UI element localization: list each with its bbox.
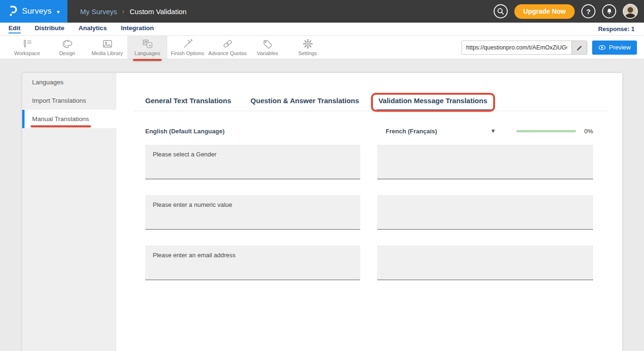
languages-settings-card: Languages Import Translations Manual Tra…: [22, 73, 622, 351]
workspace-icon: [21, 39, 33, 49]
eye-icon: [598, 45, 606, 50]
translation-progress-bar: [516, 130, 576, 132]
translation-row: Please enter an email address: [145, 245, 622, 280]
search-icon: [497, 8, 504, 15]
toolbar-item-settings[interactable]: Settings: [288, 36, 328, 59]
tab-validation-message-translations[interactable]: Validation Message Translations: [379, 97, 487, 111]
pencil-icon: [576, 44, 583, 51]
sidebar-item-import-translations[interactable]: Import Translations: [22, 91, 116, 110]
product-switcher[interactable]: Surveys ▼: [0, 0, 67, 23]
chevron-down-icon: ▼: [56, 9, 60, 15]
toolbar-item-label: Workspace: [14, 50, 40, 56]
edit-toolbar: Workspace Design Media Library: [0, 36, 644, 59]
translation-progress-percent: 0%: [584, 128, 593, 135]
languages-sidebar: Languages Import Translations Manual Tra…: [22, 73, 116, 351]
toolbar-item-label: Finish Options: [171, 50, 204, 56]
sidebar-item-manual-translations[interactable]: Manual Translations: [22, 110, 116, 128]
toolbar-item-workspace[interactable]: Workspace: [7, 36, 47, 59]
sidebar-item-label: Import Translations: [32, 97, 86, 104]
target-message-gender-input[interactable]: [377, 145, 593, 180]
help-button[interactable]: ?: [581, 4, 595, 18]
breadcrumb-separator-icon: ›: [122, 8, 124, 15]
target-language-select[interactable]: French (Français): [386, 128, 482, 135]
toolbar-item-languages[interactable]: A Languages: [127, 36, 167, 59]
finish-options-icon: [182, 39, 194, 49]
toolbar-item-advance-quotas[interactable]: Advance Quotas: [207, 36, 248, 59]
survey-url-group: [462, 41, 587, 55]
toolbar-item-label: Media Library: [91, 50, 123, 56]
header-actions: Upgrade Now ?: [494, 0, 644, 23]
tab-label: Validation Message Translations: [379, 97, 487, 105]
preview-button-label: Preview: [609, 44, 631, 51]
target-message-email-input[interactable]: [377, 245, 593, 280]
toolbar-item-design[interactable]: Design: [47, 36, 87, 59]
top-header-bar: Surveys ▼ My Surveys › Custom Validation…: [0, 0, 644, 23]
toolbar-item-variables[interactable]: Variables: [248, 36, 288, 59]
sidebar-item-label: Languages: [32, 79, 64, 86]
toolbar-item-label: Variables: [257, 50, 278, 56]
variables-icon: [262, 39, 274, 49]
translation-row: Please enter a numeric value: [145, 195, 622, 230]
source-message-gender: Please select a Gender: [145, 145, 360, 180]
active-tab-underline: [377, 109, 492, 111]
response-count[interactable]: Response: 1: [598, 25, 635, 33]
manual-translations-panel: General Text Translations Question & Ans…: [116, 73, 622, 351]
translation-tabs: General Text Translations Question & Ans…: [134, 97, 607, 111]
annotation-underline-manual-translations: [31, 125, 91, 127]
bell-icon: [606, 8, 613, 15]
nav-tab-distribute[interactable]: Distribute: [35, 24, 65, 33]
nav-tab-analytics[interactable]: Analytics: [79, 24, 107, 33]
notifications-button[interactable]: [602, 4, 616, 18]
product-name: Surveys: [22, 7, 52, 16]
toolbar-item-label: Advance Quotas: [208, 50, 247, 56]
search-button[interactable]: [494, 4, 508, 18]
target-message-numeric-input[interactable]: [377, 195, 593, 230]
survey-url-input[interactable]: [462, 41, 571, 54]
settings-icon: [302, 39, 314, 49]
toolbar-item-label: Settings: [298, 50, 317, 56]
languages-icon: A: [141, 39, 154, 49]
questionpro-logo-icon: [7, 5, 18, 18]
toolbar-item-label: Design: [59, 50, 75, 56]
breadcrumb-my-surveys[interactable]: My Surveys: [80, 8, 117, 16]
survey-section-nav: Edit Distribute Analytics Integration Re…: [0, 23, 644, 36]
language-header-row: English (Default Language) French (Franç…: [145, 127, 622, 135]
sidebar-item-label: Manual Translations: [32, 115, 89, 122]
avatar[interactable]: [623, 4, 638, 19]
breadcrumb: My Surveys › Custom Validation: [67, 0, 187, 23]
source-message-numeric: Please enter a numeric value: [145, 195, 360, 230]
annotation-underline-languages: [133, 59, 162, 61]
edit-url-button[interactable]: [571, 41, 587, 54]
svg-text:A: A: [148, 43, 151, 48]
design-icon: [61, 39, 74, 49]
preview-button[interactable]: Preview: [592, 41, 637, 55]
media-library-icon: [101, 39, 114, 49]
advance-quotas-icon: [222, 39, 234, 49]
toolbar-item-finish-options[interactable]: Finish Options: [167, 36, 207, 59]
tab-question-answer-translations[interactable]: Question & Answer Translations: [250, 97, 359, 111]
sidebar-item-languages[interactable]: Languages: [22, 73, 116, 91]
page-background: Languages Import Translations Manual Tra…: [0, 60, 644, 351]
tab-general-text-translations[interactable]: General Text Translations: [145, 97, 231, 111]
source-language-label: English (Default Language): [145, 128, 224, 135]
breadcrumb-current-survey: Custom Validation: [130, 8, 187, 16]
validation-message-rows: Please select a Gender Please enter a nu…: [116, 145, 622, 280]
nav-tab-integration[interactable]: Integration: [121, 24, 154, 33]
toolbar-item-label: Languages: [134, 50, 160, 56]
toolbar-item-media-library[interactable]: Media Library: [87, 36, 127, 59]
translation-row: Please select a Gender: [145, 145, 622, 180]
source-message-email: Please enter an email address: [145, 245, 360, 280]
nav-tab-edit[interactable]: Edit: [8, 24, 21, 33]
question-mark-icon: ?: [586, 8, 590, 16]
upgrade-now-button[interactable]: Upgrade Now: [514, 4, 575, 19]
chevron-down-icon[interactable]: ▼: [490, 128, 496, 134]
